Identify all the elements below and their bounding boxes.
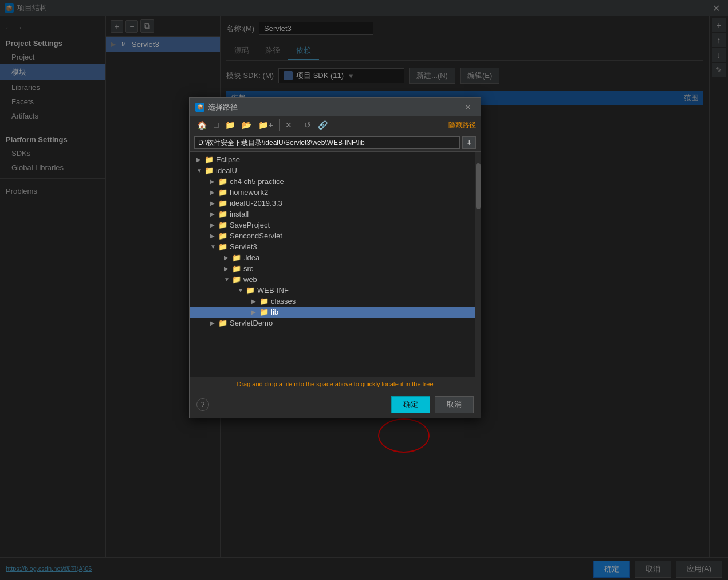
tree-arrow-icon: ▼ bbox=[224, 276, 230, 283]
dialog-add-folder-button[interactable]: 📁+ bbox=[255, 119, 276, 131]
tree-arrow-icon: ▼ bbox=[238, 287, 243, 293]
dialog-cancel-button[interactable]: 取消 bbox=[435, 396, 474, 413]
tree-arrow-icon: ▶ bbox=[251, 309, 257, 315]
dialog-desktop-button[interactable]: □ bbox=[211, 119, 221, 131]
tree-item-idea[interactable]: ▶ 📁 .idea bbox=[190, 252, 475, 263]
folder-icon: 📁 bbox=[218, 210, 227, 218]
tree-item-idealu2019[interactable]: ▶ 📁 idealU-2019.3.3 bbox=[190, 198, 475, 209]
tree-arrow-icon: ▶ bbox=[210, 233, 216, 239]
tree-label: Eclipse bbox=[216, 155, 240, 164]
folder-icon: 📁 bbox=[232, 253, 241, 262]
dialog-button-row: ? 确定 取消 bbox=[190, 391, 481, 418]
tree-arrow-icon: ▼ bbox=[196, 167, 202, 174]
folder-icon: 📁 bbox=[218, 177, 227, 186]
tree-label: idealU-2019.3.3 bbox=[230, 199, 282, 207]
tree-arrow-icon: ▼ bbox=[210, 244, 216, 250]
folder-icon: 📁 bbox=[204, 155, 214, 164]
folder-icon: 📁 bbox=[218, 221, 227, 229]
tree-item-src[interactable]: ▶ 📁 src bbox=[190, 263, 475, 274]
tree-label: src bbox=[243, 264, 253, 273]
tree-arrow-icon: ▶ bbox=[196, 156, 202, 163]
folder-icon: 📁 bbox=[259, 308, 269, 316]
dialog-new-folder-button[interactable]: 📂 bbox=[239, 119, 254, 131]
tree-arrow-icon: ▶ bbox=[210, 222, 216, 228]
dialog-title-bar: 📦 选择路径 ✕ bbox=[190, 98, 481, 116]
dialog-toolbar-sep bbox=[279, 119, 280, 131]
tree-item-web[interactable]: ▼ 📁 web bbox=[190, 274, 475, 285]
dialog-folder-button[interactable]: 📁 bbox=[222, 119, 238, 131]
tree-label: classes bbox=[271, 297, 296, 305]
tree-item-sencondservlet[interactable]: ▶ 📁 SencondServlet bbox=[190, 230, 475, 241]
scrollbar-thumb bbox=[476, 163, 481, 209]
folder-icon: 📁 bbox=[232, 275, 241, 284]
tree-arrow-icon: ▶ bbox=[224, 265, 230, 272]
dialog-body: ▶ 📁 Eclipse ▼ 📁 idealU ▶ 📁 ch4 ch5 pract… bbox=[190, 152, 481, 377]
dialog-toolbar-sep2 bbox=[298, 119, 298, 131]
dialog-delete-button[interactable]: ✕ bbox=[282, 119, 295, 131]
tree-item-servlet3[interactable]: ▼ 📁 Servlet3 bbox=[190, 241, 475, 252]
tree-label: SaveProject bbox=[230, 221, 270, 229]
folder-icon: 📁 bbox=[232, 264, 241, 273]
tree-item-install[interactable]: ▶ 📁 install bbox=[190, 209, 475, 220]
dialog-title: 选择路径 bbox=[208, 102, 458, 112]
tree-arrow-icon: ▶ bbox=[210, 178, 216, 185]
tree-arrow-icon: ▶ bbox=[210, 200, 216, 206]
tree-item-lib[interactable]: ▶ 📁 lib bbox=[190, 307, 475, 318]
folder-icon: 📁 bbox=[204, 166, 214, 175]
tree-label: ServletDemo bbox=[230, 319, 273, 327]
tree-label: homework2 bbox=[230, 188, 268, 197]
file-tree: ▶ 📁 Eclipse ▼ 📁 idealU ▶ 📁 ch4 ch5 pract… bbox=[190, 152, 475, 377]
tree-item-saveproject[interactable]: ▶ 📁 SaveProject bbox=[190, 220, 475, 230]
dialog-help-button[interactable]: ? bbox=[196, 398, 209, 411]
tree-label: idealU bbox=[216, 166, 237, 175]
folder-icon: 📁 bbox=[259, 297, 269, 305]
tree-item-ch4ch5[interactable]: ▶ 📁 ch4 ch5 practice bbox=[190, 176, 475, 187]
tree-label: .idea bbox=[243, 253, 259, 262]
tree-item-webinf[interactable]: ▼ 📁 WEB-INF bbox=[190, 285, 475, 296]
tree-label: SencondServlet bbox=[230, 232, 282, 240]
dialog-icon: 📦 bbox=[195, 103, 204, 112]
tree-label: Servlet3 bbox=[230, 242, 257, 251]
tree-item-idealu[interactable]: ▼ 📁 idealU bbox=[190, 165, 475, 176]
dialog-close-button[interactable]: ✕ bbox=[461, 101, 475, 113]
dialog-path-input[interactable] bbox=[194, 136, 460, 149]
tree-item-eclipse[interactable]: ▶ 📁 Eclipse bbox=[190, 154, 475, 165]
tree-label: web bbox=[243, 275, 257, 284]
choose-path-dialog: 📦 选择路径 ✕ 🏠 □ 📁 📂 📁+ ✕ ↺ 🔗 隐藏路径 ⬇ bbox=[189, 97, 481, 418]
dialog-overlay: 📦 选择路径 ✕ 🏠 □ 📁 📂 📁+ ✕ ↺ 🔗 隐藏路径 ⬇ bbox=[0, 0, 728, 580]
tree-label: WEB-INF bbox=[257, 286, 289, 295]
tree-label: ch4 ch5 practice bbox=[230, 177, 284, 186]
dialog-toolbar: 🏠 □ 📁 📂 📁+ ✕ ↺ 🔗 隐藏路径 bbox=[190, 116, 481, 134]
folder-icon: 📁 bbox=[218, 188, 227, 197]
dialog-ok-button[interactable]: 确定 bbox=[391, 396, 430, 413]
tree-item-homework2[interactable]: ▶ 📁 homework2 bbox=[190, 187, 475, 198]
folder-icon: 📁 bbox=[218, 232, 227, 240]
dialog-hint: Drag and drop a file into the space abov… bbox=[190, 377, 481, 391]
folder-icon: 📁 bbox=[246, 286, 255, 295]
tree-arrow-icon: ▶ bbox=[210, 211, 216, 217]
tree-arrow-icon: ▶ bbox=[210, 189, 216, 195]
dialog-path-row: ⬇ bbox=[190, 134, 481, 152]
tree-arrow-icon: ▶ bbox=[224, 254, 230, 261]
dialog-link-button[interactable]: 🔗 bbox=[315, 119, 330, 131]
dialog-scrollbar[interactable] bbox=[475, 152, 481, 377]
tree-item-classes[interactable]: ▶ 📁 classes bbox=[190, 296, 475, 307]
folder-icon: 📁 bbox=[218, 319, 227, 327]
tree-arrow-icon: ▶ bbox=[210, 320, 216, 326]
folder-icon: 📁 bbox=[218, 199, 227, 207]
hide-path-link[interactable]: 隐藏路径 bbox=[448, 120, 476, 130]
tree-label: install bbox=[230, 210, 249, 218]
dialog-home-button[interactable]: 🏠 bbox=[194, 119, 210, 131]
dialog-refresh-button[interactable]: ↺ bbox=[301, 119, 314, 131]
tree-label: lib bbox=[271, 308, 278, 316]
dialog-path-browse-button[interactable]: ⬇ bbox=[462, 136, 476, 149]
folder-icon: 📁 bbox=[218, 242, 227, 251]
tree-arrow-icon: ▶ bbox=[251, 298, 257, 304]
tree-item-servletdemo[interactable]: ▶ 📁 ServletDemo bbox=[190, 318, 475, 328]
